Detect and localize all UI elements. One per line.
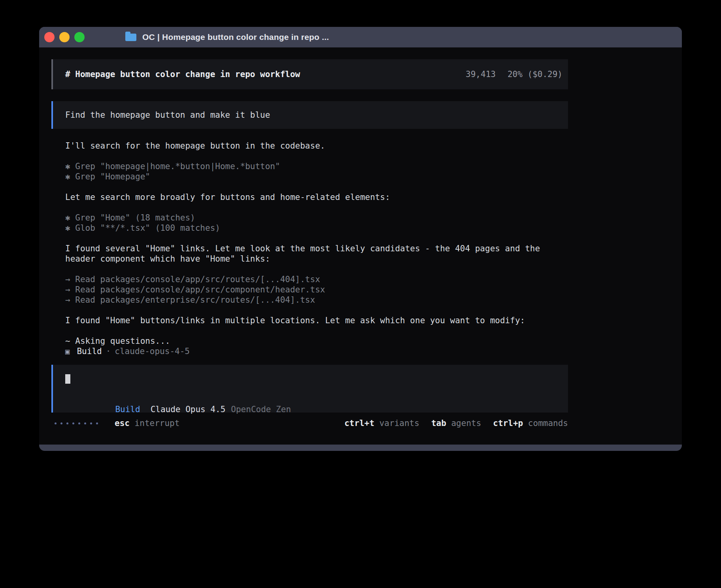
folder-icon [125, 34, 136, 41]
terminal-content: # Homepage button color change in repo w… [39, 47, 682, 445]
read-tool-line: → Read packages/enterprise/src/routes/[.… [65, 295, 568, 305]
prompt-input[interactable]: BuildClaude Opus 4.5OpenCode Zen [51, 365, 568, 413]
zoom-window-button[interactable] [74, 32, 85, 42]
assistant-status: ~ Asking questions... [65, 336, 568, 346]
close-window-button[interactable] [44, 32, 55, 42]
agent-icon: ▣ [65, 346, 70, 356]
tool-call-group: → Read packages/console/app/src/routes/[… [65, 274, 568, 305]
user-message-text: Find the homepage button and make it blu… [65, 110, 270, 120]
session-title: # Homepage button color change in repo w… [65, 69, 300, 79]
assistant-message: Let me search more broadly for buttons a… [65, 192, 568, 202]
variants-hint: ctrl+t variants [344, 418, 419, 428]
progress-spinner [55, 422, 98, 424]
tool-call-group: ✱ Grep "homepage|home.*button|Home.*butt… [65, 161, 568, 182]
session-header: # Homepage button color change in repo w… [51, 59, 568, 89]
session-stats: 39,41320% ($0.29) [466, 69, 562, 79]
grep-tool-line: ✱ Grep "Homepage" [65, 172, 568, 182]
terminal-window: OC | Homepage button color change in rep… [39, 27, 682, 451]
agent-separator: · [106, 346, 111, 356]
context-usage: 20% ($0.29) [508, 70, 562, 79]
commands-hint: ctrl+p commands [493, 418, 568, 428]
agents-hint: tab agents [431, 418, 481, 428]
assistant-message: I found "Home" buttons/links in multiple… [65, 315, 568, 326]
grep-tool-line: ✱ Grep "homepage|home.*button|Home.*butt… [65, 161, 568, 172]
status-bar: esc interrupt ctrl+t variants tab agents… [51, 418, 568, 428]
agent-status-line: ▣Build·claude-opus-4-5 [65, 346, 568, 356]
input-meta: BuildClaude Opus 4.5OpenCode Zen [65, 394, 562, 404]
window-title: OC | Homepage button color change in rep… [142, 32, 329, 42]
grep-tool-line: ✱ Grep "Home" (18 matches) [65, 213, 568, 223]
model-label: Claude Opus 4.5 [151, 405, 226, 414]
interrupt-key: esc [115, 418, 130, 428]
status-bar-right: ctrl+t variants tab agents ctrl+p comman… [344, 418, 568, 428]
traffic-lights [39, 32, 85, 42]
interrupt-hint: esc interrupt [115, 418, 179, 428]
window-titlebar[interactable]: OC | Homepage button color change in rep… [39, 27, 682, 47]
text-cursor [65, 374, 70, 384]
assistant-text-line: I found several "Home" links. Let me loo… [65, 243, 568, 254]
mode-label: Build [115, 405, 140, 414]
provider-label: OpenCode Zen [231, 405, 291, 414]
assistant-text-line: I'll search for the homepage button in t… [65, 141, 568, 151]
assistant-message: I found several "Home" links. Let me loo… [65, 243, 568, 264]
minimize-window-button[interactable] [59, 32, 70, 42]
tool-call-group: ✱ Grep "Home" (18 matches) ✱ Glob "**/*.… [65, 213, 568, 233]
token-count: 39,413 [466, 70, 496, 79]
glob-tool-line: ✱ Glob "**/*.tsx" (100 matches) [65, 223, 568, 233]
agent-name: Build [77, 346, 102, 356]
assistant-text-line: Let me search more broadly for buttons a… [65, 192, 568, 202]
assistant-text-line: I found "Home" buttons/links in multiple… [65, 315, 568, 326]
read-tool-line: → Read packages/console/app/src/componen… [65, 285, 568, 295]
assistant-text-line: header component which have "Home" links… [65, 254, 568, 264]
assistant-transcript: I'll search for the homepage button in t… [65, 141, 568, 346]
assistant-message: I'll search for the homepage button in t… [65, 141, 568, 151]
agent-model: claude-opus-4-5 [115, 346, 190, 356]
read-tool-line: → Read packages/console/app/src/routes/[… [65, 274, 568, 285]
input-line [65, 374, 562, 386]
interrupt-label [130, 418, 135, 428]
status-bar-left: esc interrupt [51, 418, 179, 428]
user-message: Find the homepage button and make it blu… [51, 101, 568, 129]
asking-questions-line: ~ Asking questions... [65, 336, 568, 346]
